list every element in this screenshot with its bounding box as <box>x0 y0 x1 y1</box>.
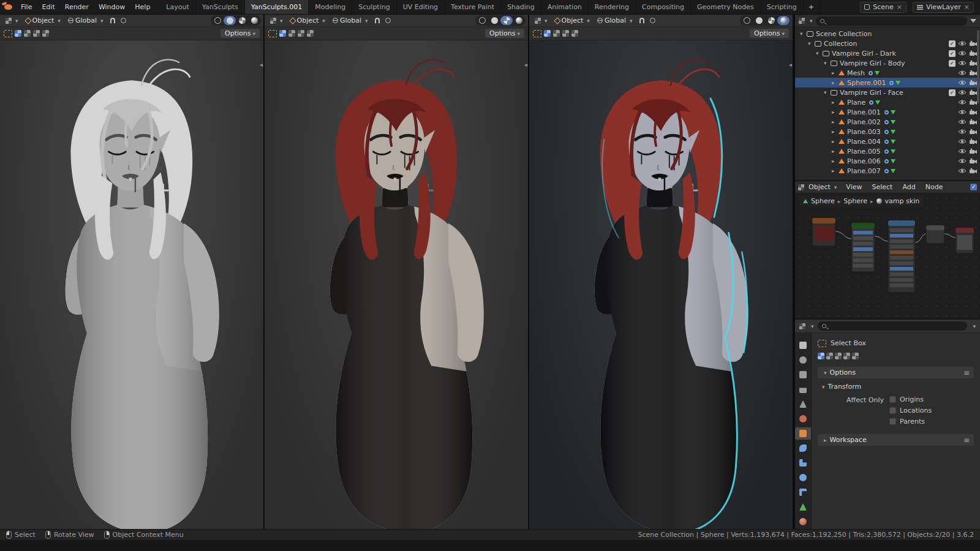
editor-type-button[interactable]: ▾ <box>532 17 551 24</box>
workspace-tab-sculpting[interactable]: Sculpting <box>352 0 396 14</box>
select-mode-toggle[interactable] <box>33 30 40 37</box>
use-nodes-checkbox[interactable]: ✓ <box>970 184 977 190</box>
item-label[interactable]: Plane <box>847 99 865 107</box>
modifier-icon[interactable] <box>884 149 889 154</box>
checkbox-icon[interactable] <box>889 407 896 414</box>
interaction-mode-dropdown[interactable]: Object▾ <box>287 16 328 25</box>
workspace-tab-animation[interactable]: Animation <box>541 0 589 14</box>
rendered-shading-button[interactable] <box>513 16 525 25</box>
wireframe-shading-button[interactable] <box>211 16 224 25</box>
disable-in-renders-icon[interactable] <box>969 168 978 174</box>
3d-viewport-canvas[interactable]: ◂ <box>0 40 263 529</box>
select-mode-toggle[interactable] <box>852 353 859 359</box>
workspace-tab-modeling[interactable]: Modeling <box>309 0 352 14</box>
add-workspace-button[interactable]: + <box>804 0 820 14</box>
options-dropdown[interactable]: Options▾ <box>485 29 524 38</box>
render-properties-tab[interactable] <box>795 354 811 366</box>
modifier-icon[interactable] <box>884 159 889 163</box>
mesh-data-icon[interactable] <box>875 100 880 105</box>
disclosure-arrow[interactable]: ▸ <box>832 80 839 86</box>
solid-shading-button[interactable] <box>224 16 236 25</box>
hide-in-viewport-icon[interactable] <box>958 40 967 47</box>
section-menu-icon[interactable]: ≡ <box>963 436 970 444</box>
menu-help[interactable]: Help <box>130 0 155 14</box>
select-mode-toggle[interactable] <box>279 30 286 37</box>
solid-shading-button[interactable] <box>753 16 765 25</box>
checkbox-locations[interactable]: Locations <box>889 407 974 414</box>
wireframe-shading-button[interactable] <box>741 16 753 25</box>
item-label[interactable]: Plane.005 <box>847 148 881 156</box>
disable-in-renders-icon[interactable] <box>969 80 978 86</box>
modifier-icon[interactable] <box>884 110 889 114</box>
modifier-icon[interactable] <box>884 130 889 134</box>
disclosure-arrow[interactable]: ▸ <box>832 99 839 105</box>
box-select-tool-icon[interactable] <box>818 340 826 347</box>
checkbox-icon[interactable] <box>889 396 896 403</box>
hide-in-viewport-icon[interactable] <box>958 109 967 115</box>
select-mode-toggle[interactable] <box>835 353 842 359</box>
mesh-data-icon[interactable] <box>891 110 895 114</box>
select-mode-toggle[interactable] <box>571 30 578 37</box>
collection-checkbox[interactable]: ✓ <box>949 89 956 96</box>
sculpt-figure[interactable] <box>270 49 524 529</box>
breadcrumb-object[interactable]: Sphere <box>811 197 835 205</box>
disable-in-renders-icon[interactable] <box>969 50 978 56</box>
item-label[interactable]: Vampire Girl - Face <box>840 89 903 97</box>
properties-editor-icon[interactable] <box>799 323 805 329</box>
options-section-header[interactable]: ▾ Options ≡ <box>818 367 974 378</box>
object-properties-tab[interactable] <box>795 427 811 440</box>
checkbox-origins[interactable]: Origins <box>889 395 974 403</box>
remove-viewlayer-icon[interactable]: × <box>964 3 970 11</box>
item-label[interactable]: Plane.004 <box>847 138 881 146</box>
item-label[interactable]: Plane.006 <box>847 157 881 165</box>
hide-in-viewport-icon[interactable] <box>958 60 967 66</box>
hide-in-viewport-icon[interactable] <box>958 80 967 86</box>
hide-in-viewport-icon[interactable] <box>958 70 967 76</box>
workspace-tab-scripting[interactable]: Scripting <box>761 0 804 14</box>
workspace-tab-geometry-nodes[interactable]: Geometry Nodes <box>691 0 761 14</box>
modifier-icon[interactable] <box>884 140 889 144</box>
outliner-row[interactable]: ▸ Mesh <box>795 68 980 78</box>
checkbox-icon[interactable] <box>889 418 896 425</box>
unlink-scene-icon[interactable]: × <box>897 3 902 11</box>
view-layer-properties-tab[interactable] <box>795 383 811 395</box>
disclosure-arrow[interactable]: ▾ <box>816 50 823 56</box>
item-label[interactable]: Plane.003 <box>847 128 881 136</box>
region-expand-icon[interactable]: ◂ <box>524 61 527 68</box>
mesh-data-icon[interactable] <box>891 159 895 163</box>
item-label[interactable]: Scene Collection <box>816 30 872 38</box>
disclosure-arrow[interactable]: ▸ <box>832 148 839 154</box>
select-mode-toggle[interactable] <box>24 30 31 37</box>
outliner-row[interactable]: ▸ Plane.004 <box>795 137 980 146</box>
modifier-icon[interactable] <box>884 169 889 173</box>
rendered-shading-button[interactable] <box>248 16 260 25</box>
outliner-row[interactable]: ▸ Plane.007 <box>795 166 980 176</box>
modifier-icon[interactable] <box>884 120 889 124</box>
shader-node-canvas[interactable]: Sphere ▸ Sphere ▸ vamp skin <box>795 193 980 320</box>
shader-type-dropdown[interactable]: Object▾ <box>805 182 840 192</box>
hide-in-viewport-icon[interactable] <box>958 158 967 164</box>
output-properties-tab[interactable] <box>795 369 811 381</box>
disable-in-renders-icon[interactable] <box>969 138 978 144</box>
disclosure-arrow[interactable]: ▸ <box>832 129 839 135</box>
box-select-tool-icon[interactable] <box>533 30 541 37</box>
item-label[interactable]: Plane.002 <box>847 118 881 126</box>
disclosure-arrow[interactable]: ▾ <box>808 40 815 47</box>
disclosure-arrow[interactable]: ▾ <box>824 89 831 96</box>
disable-in-renders-icon[interactable] <box>969 89 978 96</box>
modifiers-properties-tab[interactable] <box>795 442 811 454</box>
outliner-row[interactable]: ▸ Plane <box>795 97 980 107</box>
mesh-data-icon[interactable] <box>891 169 895 173</box>
disclosure-arrow[interactable]: ▾ <box>824 60 831 66</box>
collection-checkbox[interactable]: ✓ <box>949 50 956 57</box>
box-select-tool-icon[interactable] <box>268 30 277 37</box>
outliner-search-input[interactable] <box>827 17 963 25</box>
snap-magnet-icon[interactable] <box>372 17 382 25</box>
hide-in-viewport-icon[interactable] <box>958 89 967 96</box>
item-label[interactable]: Collection <box>824 40 857 48</box>
disable-in-renders-icon[interactable] <box>969 148 978 154</box>
hide-in-viewport-icon[interactable] <box>958 129 967 135</box>
outliner-editor-icon[interactable] <box>799 18 805 24</box>
disclosure-arrow[interactable]: ▸ <box>832 109 839 115</box>
transform-subsection-header[interactable]: ▾ Transform <box>818 383 974 391</box>
